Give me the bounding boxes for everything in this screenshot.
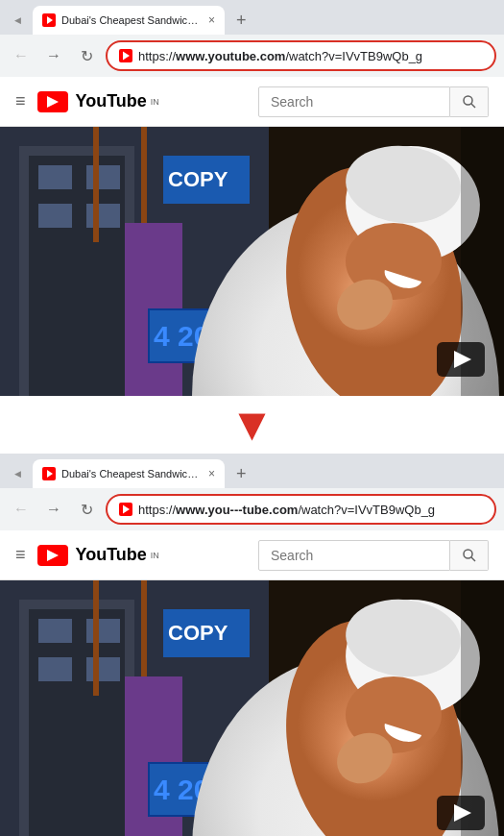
tab-1[interactable]: Dubai's Cheapest Sandwich?! (Th ×	[33, 6, 225, 35]
yt-play-triangle-2	[47, 550, 59, 561]
video-thumbnail-2[interactable]	[0, 580, 504, 836]
video-canvas-2	[0, 580, 504, 836]
address-path-2: /watch?v=IVvTB9wQb_g	[298, 503, 435, 517]
tab-title-2: Dubai's Cheapest Sandwich?! (Th	[61, 468, 203, 479]
address-protocol-1: https://	[138, 49, 176, 63]
back-button-2[interactable]: ←	[8, 496, 35, 523]
address-domain-1: www.youtube.com	[176, 49, 285, 63]
search-button-2[interactable]	[450, 540, 489, 571]
play-button-1[interactable]	[437, 342, 485, 377]
address-box-1[interactable]: https://www.youtube.com/watch?v=IVvTB9wQ…	[106, 40, 496, 71]
tab-favicon-1	[42, 13, 56, 27]
browser-2: ◀ Dubai's Cheapest Sandwich?! (Th × + ← …	[0, 454, 504, 836]
address-bar-row-1: ← → ↻ https://www.youtube.com/watch?v=IV…	[0, 35, 504, 77]
address-text-2: https://www.you---tube.com/watch?v=IVvTB…	[138, 503, 483, 517]
tab-close-2[interactable]: ×	[208, 467, 215, 480]
address-bar-row-2: ← → ↻ https://www.you---tube.com/watch?v…	[0, 488, 504, 530]
tab-favicon-2	[42, 467, 56, 480]
yt-country-1: IN	[151, 97, 159, 107]
arrow-section: ▼	[0, 396, 504, 454]
address-favicon-2	[119, 503, 132, 516]
browser-1: ◀ Dubai's Cheapest Sandwich?! (Th × + ← …	[0, 0, 504, 396]
address-favicon-1	[119, 49, 132, 62]
svg-line-5	[471, 104, 475, 108]
address-path-1: /watch?v=IVvTB9wQb_g	[285, 49, 422, 63]
address-protocol-2: https://	[138, 503, 176, 517]
tab-bar-2: ◀ Dubai's Cheapest Sandwich?! (Th × +	[0, 454, 504, 488]
address-text-1: https://www.youtube.com/watch?v=IVvTB9wQ…	[138, 49, 483, 63]
yt-play-triangle-1	[47, 96, 59, 108]
forward-button-2[interactable]: →	[40, 496, 67, 523]
svg-point-10	[464, 550, 472, 558]
video-canvas-1	[0, 127, 504, 396]
video-thumbnail-1[interactable]	[0, 127, 504, 396]
play-triangle-2	[454, 804, 471, 822]
address-box-2[interactable]: https://www.you---tube.com/watch?v=IVvTB…	[106, 494, 496, 525]
yt-logo-icon-2	[37, 545, 68, 566]
search-input-2[interactable]	[258, 540, 450, 571]
yt-country-2: IN	[151, 551, 159, 560]
svg-line-11	[471, 557, 475, 561]
play-triangle-1	[454, 351, 471, 368]
tab-bar-1: ◀ Dubai's Cheapest Sandwich?! (Th × +	[0, 0, 504, 35]
yt-logo-icon-1	[37, 91, 68, 112]
tab-title-1: Dubai's Cheapest Sandwich?! (Th	[61, 14, 203, 26]
new-tab-button-1[interactable]: +	[230, 12, 252, 29]
search-button-1[interactable]	[450, 86, 489, 117]
yt-logo-1[interactable]: YouTubeIN	[37, 91, 159, 112]
hamburger-menu-1[interactable]: ≡	[15, 91, 26, 111]
yt-search-area-1	[171, 86, 489, 117]
search-input-1[interactable]	[258, 86, 450, 117]
play-button-2[interactable]	[437, 796, 485, 830]
yt-logo-text-2: YouTube	[76, 545, 147, 565]
yt-logo-2[interactable]: YouTubeIN	[37, 545, 159, 566]
down-arrow-icon: ▼	[229, 402, 276, 448]
svg-point-4	[464, 96, 472, 105]
back-button-1[interactable]: ←	[8, 42, 35, 69]
yt-logo-text-1: YouTube	[76, 91, 147, 111]
refresh-button-1[interactable]: ↻	[73, 42, 100, 69]
yt-header-1: ≡ YouTubeIN	[0, 77, 504, 127]
yt-search-area-2	[171, 540, 489, 571]
yt-header-2: ≡ YouTubeIN	[0, 530, 504, 580]
forward-button-1[interactable]: →	[40, 42, 67, 69]
new-tab-button-2[interactable]: +	[230, 465, 252, 482]
tab-close-1[interactable]: ×	[208, 13, 215, 27]
address-domain-2: www.you---tube.com	[176, 503, 298, 517]
refresh-button-2[interactable]: ↻	[73, 496, 100, 523]
hamburger-menu-2[interactable]: ≡	[15, 545, 26, 565]
tab-2[interactable]: Dubai's Cheapest Sandwich?! (Th ×	[33, 459, 225, 488]
